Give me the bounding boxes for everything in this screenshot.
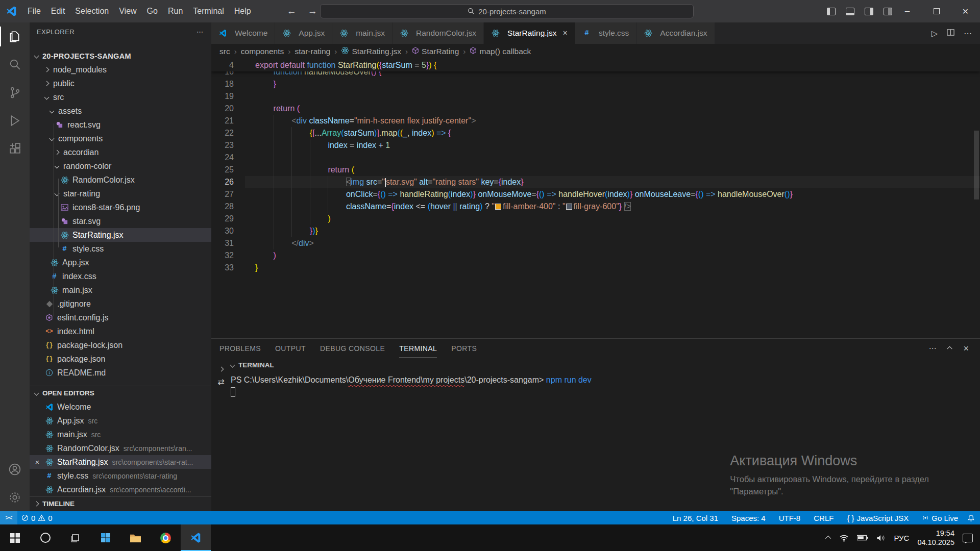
code-line-18[interactable]: 18} xyxy=(211,78,980,90)
code-editor[interactable]: 4export default function StarRating({sta… xyxy=(211,59,980,338)
panel-tab-debug-console[interactable]: DEBUG CONSOLE xyxy=(320,339,385,358)
open-editor-randomcolor-jsx[interactable]: RandomColor.jsxsrc\components\ran... xyxy=(30,441,211,455)
panel-tab-terminal[interactable]: TERMINAL xyxy=(399,339,437,358)
tree-item-readme-md[interactable]: README.md xyxy=(30,366,211,380)
sticky-scroll-line[interactable]: 4export default function StarRating({sta… xyxy=(211,59,980,71)
terminal-launch-icon[interactable]: ⇄ xyxy=(217,377,224,387)
bell-icon[interactable] xyxy=(967,514,975,522)
tree-item-node-modules[interactable]: node_modules xyxy=(30,63,211,77)
back-icon[interactable]: ← xyxy=(287,6,297,17)
panel-tab-problems[interactable]: PROBLEMS xyxy=(219,339,261,358)
line-number[interactable]: 24 xyxy=(211,152,245,164)
menu-item-run[interactable]: Run xyxy=(163,0,188,22)
tree-item--gitignore[interactable]: .gitignore xyxy=(30,297,211,311)
breadcrumb-item[interactable]: StarRating xyxy=(412,47,459,56)
menu-item-selection[interactable]: Selection xyxy=(70,0,114,22)
code-line-4[interactable]: 4export default function StarRating({sta… xyxy=(211,59,980,71)
code-line-19[interactable]: 19 xyxy=(211,90,980,103)
tree-item-app-jsx[interactable]: App.jsx xyxy=(30,256,211,269)
tree-item-main-jsx[interactable]: main.jsx xyxy=(30,283,211,297)
panel-close-icon[interactable]: × xyxy=(963,343,969,354)
tab-welcome[interactable]: Welcome xyxy=(211,22,275,44)
terminal-output[interactable]: PS C:\Users\Kezhik\Documents\Обучение Fr… xyxy=(231,374,980,400)
tab-style-css[interactable]: #style.css xyxy=(575,22,636,44)
tree-item-starrating-jsx[interactable]: StarRating.jsx xyxy=(30,228,211,242)
forward-icon[interactable]: → xyxy=(308,6,317,17)
code-line-28[interactable]: 28className={index <= (hover || rating) … xyxy=(211,201,980,213)
code-line-31[interactable]: 31</div> xyxy=(211,237,980,249)
search-sidebar-icon[interactable] xyxy=(0,51,30,79)
panel-tab-output[interactable]: OUTPUT xyxy=(275,339,306,358)
encoding[interactable]: UTF-8 xyxy=(775,511,805,524)
line-number[interactable]: 19 xyxy=(211,90,245,103)
customize-layout-icon[interactable] xyxy=(884,8,892,15)
tree-item-react-svg[interactable]: react.svg xyxy=(30,118,211,132)
editor-scrollbar[interactable] xyxy=(974,131,979,199)
code-line-24[interactable]: 24 xyxy=(211,152,980,164)
code-line-16[interactable]: 16function handleMouseOver() { xyxy=(211,71,980,78)
menu-item-view[interactable]: View xyxy=(114,0,141,22)
toggle-secondary-sidebar-icon[interactable] xyxy=(865,8,873,15)
maximize-button[interactable] xyxy=(922,0,951,22)
remote-indicator[interactable]: >< xyxy=(0,511,17,524)
code-line-30[interactable]: 30})} xyxy=(211,225,980,237)
eol-sequence[interactable]: CRLF xyxy=(810,511,838,524)
tree-item-index-html[interactable]: <>index.html xyxy=(30,324,211,338)
tab-accordian-jsx[interactable]: Accordian.jsx xyxy=(636,22,715,44)
code-line-partial[interactable]: 16function handleMouseOver() { xyxy=(211,71,980,78)
line-number[interactable]: 22 xyxy=(211,127,245,139)
cursor-position[interactable]: Ln 26, Col 31 xyxy=(669,511,722,524)
code-line-33[interactable]: 33} xyxy=(211,262,980,274)
code-line-25[interactable]: 25return ( xyxy=(211,164,980,176)
hidden-icons-chevron[interactable] xyxy=(825,536,831,541)
tree-root[interactable]: 20-PROJECTS-SANGAM xyxy=(30,49,211,63)
panel-more-icon[interactable]: ⋯ xyxy=(928,344,936,353)
run-debug-icon[interactable] xyxy=(0,107,30,135)
code-line-29[interactable]: 29) xyxy=(211,213,980,225)
tree-item-assets[interactable]: assets xyxy=(30,104,211,118)
code-line-32[interactable]: 32) xyxy=(211,249,980,262)
chrome-icon[interactable] xyxy=(151,524,181,551)
tree-item-style-css[interactable]: #style.css xyxy=(30,242,211,256)
open-editor-style-css[interactable]: #style.csssrc\components\star-rating xyxy=(30,469,211,483)
breadcrumb-item[interactable]: star-rating xyxy=(295,47,330,56)
line-number[interactable]: 4 xyxy=(211,59,245,71)
breadcrumb[interactable]: src›components›star-rating›StarRating.js… xyxy=(211,44,980,59)
tree-item-package-lock-json[interactable]: {}package-lock.json xyxy=(30,338,211,352)
panel-chevron-icon[interactable] xyxy=(218,367,224,372)
editor-more-icon[interactable]: ⋯ xyxy=(964,29,972,38)
indentation[interactable]: Spaces: 4 xyxy=(727,511,770,524)
go-live-button[interactable]: Go Live xyxy=(918,511,962,524)
tab-main-jsx[interactable]: main.jsx xyxy=(332,22,393,44)
line-number[interactable]: 31 xyxy=(211,237,245,249)
line-number[interactable]: 26 xyxy=(211,176,245,188)
tab-starrating-jsx[interactable]: StarRating.jsx× xyxy=(484,22,575,44)
line-number[interactable]: 28 xyxy=(211,201,245,213)
vscode-taskbar-icon[interactable] xyxy=(181,524,211,551)
tree-item-components[interactable]: components xyxy=(30,132,211,145)
tab-close-icon[interactable]: × xyxy=(563,29,568,38)
source-control-icon[interactable] xyxy=(0,79,30,107)
panel-maximize-icon[interactable] xyxy=(946,344,953,353)
account-icon[interactable] xyxy=(0,455,30,483)
menu-item-file[interactable]: File xyxy=(22,0,46,22)
app-tiles-icon[interactable] xyxy=(90,524,120,551)
tree-item-index-css[interactable]: #index.css xyxy=(30,269,211,283)
open-editor-starrating-jsx[interactable]: ×StarRating.jsxsrc\components\star-rat..… xyxy=(30,455,211,469)
open-editor-welcome[interactable]: Welcome xyxy=(30,400,211,414)
line-number[interactable]: 33 xyxy=(211,262,245,274)
open-editor-accordian-jsx[interactable]: Accordian.jsxsrc\components\accordi... xyxy=(30,483,211,496)
toggle-panel-icon[interactable] xyxy=(846,8,854,15)
terminal-section-header[interactable]: TERMINAL xyxy=(231,358,980,371)
volume-icon[interactable] xyxy=(876,534,886,542)
tree-item-accordian[interactable]: accordian xyxy=(30,145,211,159)
line-number[interactable]: 18 xyxy=(211,78,245,90)
wifi-icon[interactable] xyxy=(839,534,849,542)
line-number[interactable]: 27 xyxy=(211,188,245,201)
battery-icon[interactable] xyxy=(857,535,868,541)
menu-item-help[interactable]: Help xyxy=(229,0,256,22)
run-file-icon[interactable]: ▷ xyxy=(932,29,938,38)
line-number[interactable]: 32 xyxy=(211,249,245,262)
code-line-22[interactable]: 22{[...Array(starSum)].map((_, index) =>… xyxy=(211,127,980,139)
breadcrumb-item[interactable]: src xyxy=(219,47,230,56)
